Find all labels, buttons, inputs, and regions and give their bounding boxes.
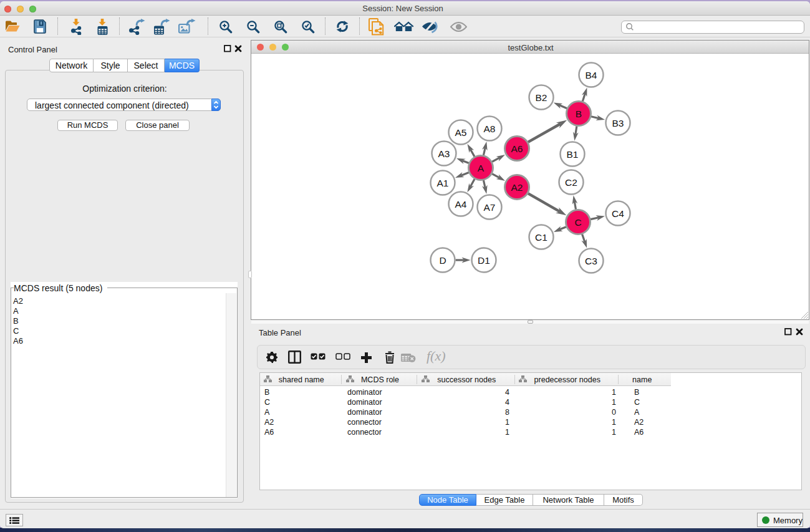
svg-text:A4: A4 — [455, 199, 467, 210]
svg-text:B3: B3 — [612, 118, 624, 128]
svg-text:A6: A6 — [511, 143, 523, 154]
svg-text:C4: C4 — [612, 208, 624, 219]
svg-text:C3: C3 — [585, 256, 597, 266]
svg-text:B1: B1 — [567, 149, 579, 160]
svg-text:A8: A8 — [484, 123, 496, 134]
svg-text:B4: B4 — [586, 70, 597, 80]
svg-text:C1: C1 — [535, 232, 547, 243]
svg-text:C2: C2 — [565, 177, 577, 188]
svg-text:D: D — [439, 255, 446, 266]
svg-text:A1: A1 — [437, 178, 449, 188]
svg-text:A5: A5 — [455, 127, 467, 138]
svg-text:B2: B2 — [536, 92, 547, 103]
svg-text:C: C — [574, 217, 581, 228]
svg-text:A2: A2 — [511, 182, 523, 193]
svg-text:A: A — [478, 163, 485, 173]
svg-text:A3: A3 — [438, 148, 450, 159]
svg-text:D1: D1 — [478, 255, 490, 266]
svg-text:B: B — [576, 109, 582, 119]
svg-text:A7: A7 — [484, 202, 496, 213]
